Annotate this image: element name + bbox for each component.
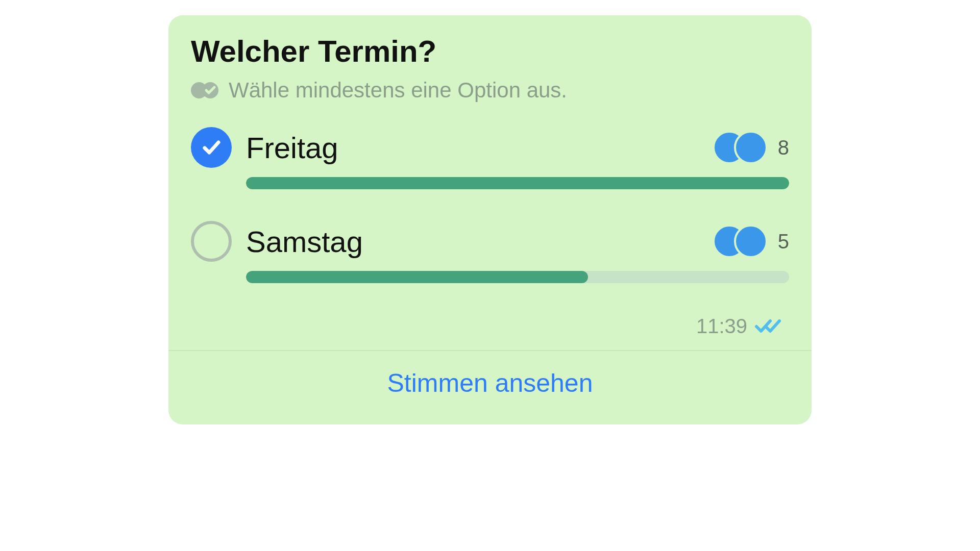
option-checkmark-icon[interactable] — [191, 221, 232, 262]
view-votes-button[interactable]: Stimmen ansehen — [168, 351, 812, 424]
poll-option-header: Samstag 5 — [191, 221, 789, 262]
option-checkmark-icon[interactable] — [191, 127, 232, 168]
poll-option-bar-track — [246, 177, 789, 189]
poll-type-icon — [191, 80, 219, 101]
poll-option-bar-track — [246, 271, 789, 283]
poll-option-label: Freitag — [246, 131, 698, 165]
poll-option-header: Freitag 8 — [191, 127, 789, 168]
poll-instruction-text: Wähle mindestens eine Option aus. — [229, 78, 567, 103]
poll-instruction-row: Wähle mindestens eine Option aus. — [191, 78, 789, 103]
voter-avatars — [713, 131, 768, 164]
poll-option-bar-fill — [246, 177, 789, 189]
poll-option-vote-count: 5 — [775, 230, 789, 253]
poll-option-vote-count: 8 — [775, 136, 789, 159]
poll-option[interactable]: Samstag 5 — [191, 221, 789, 283]
read-receipt-icon — [754, 317, 783, 336]
poll-option-bar-fill — [246, 271, 588, 283]
message-meta: 11:39 — [191, 315, 789, 338]
avatar — [734, 224, 768, 258]
message-timestamp: 11:39 — [696, 315, 747, 338]
poll-message-bubble: Welcher Termin? Wähle mindestens eine Op… — [168, 15, 812, 424]
poll-option-voters[interactable]: 8 — [713, 131, 789, 164]
poll-option-voters[interactable]: 5 — [713, 224, 789, 258]
voter-avatars — [713, 224, 768, 258]
poll-option[interactable]: Freitag 8 — [191, 127, 789, 189]
poll-body: Welcher Termin? Wähle mindestens eine Op… — [168, 15, 812, 350]
poll-question: Welcher Termin? — [191, 34, 789, 69]
avatar — [734, 131, 768, 164]
poll-option-label: Samstag — [246, 224, 698, 259]
